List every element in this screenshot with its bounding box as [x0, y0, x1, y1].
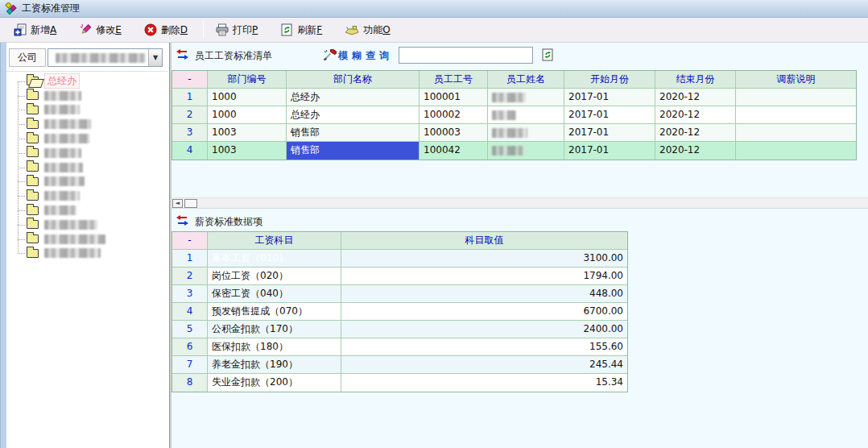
tree-item[interactable] — [6, 131, 167, 146]
tree-item[interactable] — [6, 247, 167, 261]
table-row[interactable]: 31003销售部1000032017-012020-12 — [172, 124, 856, 142]
cell[interactable]: 1000 — [208, 106, 287, 124]
cell[interactable]: 2020-12 — [655, 106, 736, 124]
search-refresh-button[interactable] — [539, 47, 556, 63]
chevron-down-icon[interactable]: ▼ — [148, 49, 162, 66]
horizontal-scrollbar[interactable]: ◄ — [172, 197, 868, 209]
cell[interactable]: 基本工资（010） — [208, 250, 341, 268]
cell[interactable]: 2020-12 — [655, 124, 736, 142]
cell[interactable]: 销售部 — [287, 124, 420, 142]
cell[interactable]: 2017-01 — [564, 106, 655, 124]
refresh-button[interactable]: 刷新F — [275, 20, 328, 40]
window-titlebar: 工资标准管理 — [0, 0, 868, 18]
cell[interactable]: 2020-12 — [655, 142, 736, 160]
scrollbar-thumb[interactable] — [184, 199, 197, 208]
cell[interactable]: 4 — [172, 142, 208, 160]
cell[interactable] — [736, 142, 856, 160]
tree-item[interactable] — [6, 218, 167, 232]
tree-item[interactable] — [6, 117, 167, 131]
cell[interactable]: 1000 — [208, 89, 287, 106]
cell[interactable]: 3100.00 — [341, 250, 627, 268]
cell[interactable]: 4 — [172, 303, 208, 321]
scroll-left-arrow-icon[interactable]: ◄ — [172, 199, 183, 208]
table-row[interactable]: 8失业金扣款（200）15.34 — [172, 374, 627, 392]
cell[interactable] — [488, 106, 564, 124]
table-row[interactable]: 11000总经办1000012017-012020-12 — [172, 89, 856, 106]
cell[interactable]: 1 — [172, 89, 208, 106]
cell[interactable]: 8 — [172, 374, 208, 392]
cell[interactable]: 5 — [172, 321, 208, 338]
table-row[interactable]: 3保密工资（040）448.00 — [172, 285, 627, 303]
cell[interactable]: 245.44 — [341, 356, 627, 374]
cell[interactable]: 总经办 — [287, 89, 420, 106]
cell[interactable] — [736, 89, 856, 106]
cell[interactable]: 3 — [172, 285, 208, 303]
tree-item[interactable] — [6, 232, 167, 247]
cell[interactable]: 7 — [172, 356, 208, 374]
redacted-text — [44, 191, 80, 201]
table-row[interactable]: 41003销售部1000422017-012020-12 — [172, 142, 856, 160]
cell[interactable]: 总经办 — [287, 106, 420, 124]
cell[interactable]: 6 — [172, 338, 208, 356]
tree-item[interactable] — [6, 146, 167, 160]
cell[interactable]: 1003 — [208, 124, 287, 142]
cell[interactable]: 2400.00 — [341, 321, 627, 338]
table-row[interactable]: 4预发销售提成（070）6700.00 — [172, 303, 627, 321]
search-input[interactable] — [399, 47, 533, 64]
cell[interactable]: 1794.00 — [341, 268, 627, 285]
table-row[interactable]: 5公积金扣款（170）2400.00 — [172, 321, 627, 338]
table-row[interactable]: 2岗位工资（020）1794.00 — [172, 268, 627, 285]
delete-button[interactable]: 删除D — [138, 20, 193, 40]
tree-item[interactable] — [6, 189, 167, 203]
function-button[interactable]: 功能O — [339, 20, 395, 40]
cell[interactable]: 448.00 — [341, 285, 627, 303]
cell[interactable] — [736, 124, 856, 142]
cell[interactable]: 2017-01 — [564, 142, 655, 160]
new-button[interactable]: 新增A — [8, 20, 62, 40]
tree-item[interactable] — [6, 203, 167, 218]
cell[interactable]: 2017-01 — [564, 124, 655, 142]
cell[interactable]: 3 — [172, 124, 208, 142]
cell[interactable]: 1003 — [208, 142, 287, 160]
cell[interactable]: 销售部 — [287, 142, 420, 160]
print-button[interactable]: 打印P — [210, 20, 263, 40]
company-select[interactable]: ▼ — [48, 48, 163, 67]
cell[interactable]: 养老金扣款（190） — [208, 356, 341, 374]
table-row[interactable]: 7养老金扣款（190）245.44 — [172, 356, 627, 374]
cell[interactable]: 100001 — [420, 89, 488, 106]
cell[interactable]: 医保扣款（180） — [208, 338, 341, 356]
tree-item[interactable] — [6, 89, 167, 103]
tree-item[interactable] — [6, 175, 167, 189]
cell[interactable]: 15.34 — [341, 374, 627, 392]
cell[interactable]: 100003 — [420, 124, 488, 142]
cell[interactable]: 2 — [172, 268, 208, 285]
cell[interactable]: 公积金扣款（170） — [208, 321, 341, 338]
cell[interactable]: 岗位工资（020） — [208, 268, 341, 285]
tree-item[interactable] — [6, 160, 167, 175]
cell[interactable] — [736, 106, 856, 124]
cell[interactable]: 1 — [172, 250, 208, 268]
cell[interactable]: 2 — [172, 106, 208, 124]
edit-button[interactable]: 修改E — [73, 20, 127, 40]
tree-item[interactable]: 总经办 — [6, 74, 167, 89]
cell[interactable]: 100042 — [420, 142, 488, 160]
cell[interactable]: 预发销售提成（070） — [208, 303, 341, 321]
cell[interactable] — [488, 142, 564, 160]
cell[interactable] — [488, 124, 564, 142]
column-header: - — [172, 232, 208, 250]
cell[interactable]: 2017-01 — [564, 89, 655, 106]
cell[interactable] — [488, 89, 564, 106]
table-row[interactable]: 6医保扣款（180）155.60 — [172, 338, 627, 356]
cell[interactable]: 6700.00 — [341, 303, 627, 321]
redacted-text — [44, 220, 97, 230]
tree-item[interactable] — [6, 103, 167, 118]
cell[interactable]: 保密工资（040） — [208, 285, 341, 303]
table-row[interactable]: 21000总经办1000022017-012020-12 — [172, 106, 856, 124]
table-row[interactable]: 1基本工资（010）3100.00 — [172, 250, 627, 268]
cell[interactable]: 失业金扣款（200） — [208, 374, 341, 392]
cell[interactable]: 2020-12 — [655, 89, 736, 106]
redacted-text — [44, 148, 81, 158]
cell[interactable]: 155.60 — [341, 338, 627, 356]
cell[interactable]: 100002 — [420, 106, 488, 124]
open-folder-icon — [27, 77, 39, 85]
